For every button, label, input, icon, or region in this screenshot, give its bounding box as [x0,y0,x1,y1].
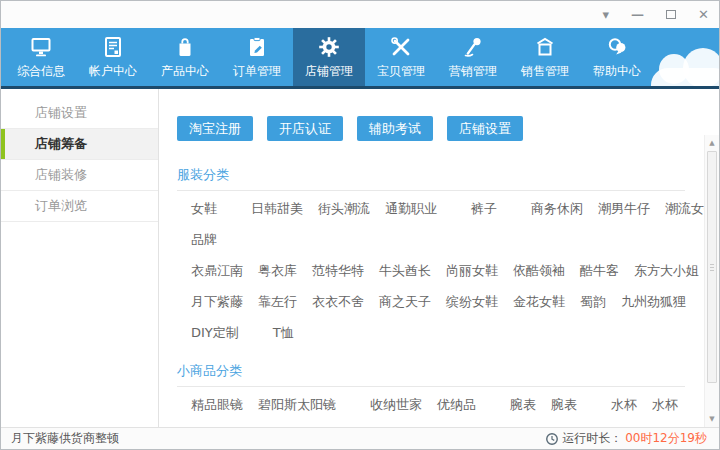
category-link[interactable]: 收纳世家 [370,396,422,414]
scroll-down-icon[interactable]: ▼ [705,413,719,425]
category-link-group: 腕表腕表 [510,396,577,414]
category-link-group: 精品眼镜碧阳斯太阳镜 [191,396,336,414]
nav-item-sales[interactable]: 销售管理 [509,28,581,86]
minimize-icon[interactable]: — [631,8,644,21]
exam-assist-button[interactable]: 辅助考试 [357,116,433,141]
category-link[interactable]: 金花女鞋 [513,293,565,311]
category-link-group: 商务休闲潮男牛仔潮流女裤时尚新秀 [531,200,719,218]
category-link[interactable]: 蜀韵 [580,293,606,311]
clock-icon [545,432,559,446]
category-link[interactable]: 水杯 [611,396,637,414]
shop-settings-button[interactable]: 店铺设置 [447,116,523,141]
titlebar: ▾ — ✕ [1,1,719,28]
nav-item-items[interactable]: 宝贝管理 [365,28,437,86]
microphone-icon [460,34,486,60]
category-link[interactable]: 优纳品 [437,396,476,414]
nav-item-label: 综合信息 [17,63,65,80]
nav-item-products[interactable]: 产品中心 [149,28,221,86]
category-link[interactable]: 尚丽女鞋 [446,262,498,280]
category-link[interactable]: DIY定制 [191,324,239,342]
category-link-group: 女鞋 [191,200,217,218]
nav-item-overview[interactable]: 综合信息 [5,28,77,86]
sidebar-item-shop-settings[interactable]: 店铺设置 [1,98,158,129]
category-link[interactable]: 衣鼎江南 [191,262,243,280]
category-link-row: DIY定制T恤 [191,324,685,342]
category-link[interactable]: 女鞋 [191,200,217,218]
category-link[interactable]: 商务休闲 [531,200,583,218]
category-link-row: 月下紫藤靠左行衣衣不舍商之天子缤纷女鞋金花女鞋蜀韵九州劲狐狸 [191,293,685,311]
category-link[interactable]: 品牌 [191,231,217,249]
id-card-icon [100,34,126,60]
nav-item-label: 宝贝管理 [377,63,425,80]
category-link[interactable]: 街头潮流 [318,200,370,218]
scroll-up-icon[interactable]: ▲ [705,137,719,149]
category-link[interactable]: 碧阳斯太阳镜 [258,396,336,414]
category-link[interactable]: 东方大小姐 [634,262,699,280]
runtime-label: 运行时长： [562,430,622,447]
category-link-row: 衣鼎江南粤衣库范特华特牛头酋长尚丽女鞋依酷领袖酷牛客东方大小姐布居衣阁彩色格调雅… [191,262,685,280]
category-link-group: 水杯水杯 [611,396,678,414]
tools-icon [388,34,414,60]
nav-item-label: 产品中心 [161,63,209,80]
close-icon[interactable]: ✕ [698,8,709,21]
sidebar-item-order-browse[interactable]: 订单浏览 [1,191,158,222]
scrollbar-thumb[interactable] [707,151,717,383]
nav-item-label: 销售管理 [521,63,569,80]
category-link[interactable]: 衣衣不舍 [312,293,364,311]
category-link[interactable]: 潮男牛仔 [598,200,650,218]
category-link[interactable]: 腕表 [510,396,536,414]
category-link[interactable]: 缤纷女鞋 [446,293,498,311]
category-link[interactable]: 九州劲狐狸 [621,293,686,311]
nav-item-label: 帮助中心 [593,63,641,80]
chevron-down-icon[interactable]: ▾ [603,8,610,21]
category-link[interactable]: 日韩甜美 [251,200,303,218]
window-controls: ▾ — ✕ [603,8,709,21]
chat-icon [604,34,630,60]
category-link-group: 收纳世家优纳品 [370,396,476,414]
status-bar: 月下紫藤供货商整顿 运行时长： 00时12分19秒 [1,427,719,449]
category-link[interactable]: 通勤职业 [385,200,437,218]
category-link[interactable]: 靠左行 [258,293,297,311]
category-link[interactable]: 裤子 [471,200,497,218]
section-title: 小商品分类 [177,355,685,387]
nav-item-help[interactable]: 帮助中心 [581,28,653,86]
category-link[interactable]: T恤 [273,324,294,342]
nav-item-shop[interactable]: 店铺管理 [293,28,365,86]
sidebar-item-shop-decor[interactable]: 店铺装修 [1,160,158,191]
nav-item-label: 订单管理 [233,63,281,80]
category-link-group: DIY定制 [191,324,239,342]
category-link-row: 品牌 [191,231,685,249]
category-link[interactable]: 粤衣库 [258,262,297,280]
content-area: 店铺设置店铺筹备店铺装修订单浏览 淘宝注册开店认证辅助考试店铺设置 服装分类女鞋… [1,89,719,427]
category-link[interactable]: 范特华特 [312,262,364,280]
category-sections: 服装分类女鞋日韩甜美街头潮流通勤职业裤子商务休闲潮男牛仔潮流女裤时尚新秀品牌衣鼎… [159,141,719,427]
gear-icon [316,34,342,60]
nav-item-marketing[interactable]: 营销管理 [437,28,509,86]
taobao-register-button[interactable]: 淘宝注册 [177,116,253,141]
category-link[interactable]: 精品眼镜 [191,396,243,414]
runtime-status: 运行时长： 00时12分19秒 [545,430,707,447]
category-link[interactable]: 腕表 [551,396,577,414]
section-title: 服装分类 [177,159,685,191]
maximize-icon[interactable] [666,10,676,19]
shop-verify-button[interactable]: 开店认证 [267,116,343,141]
vertical-scrollbar[interactable]: ▲ ▼ [704,135,719,427]
app-window: ▾ — ✕ 综合信息帐户中心产品中心订单管理店铺管理宝贝管理营销管理销售管理帮助… [0,0,720,450]
category-link-group: 裤子 [471,200,497,218]
category-link[interactable]: 月下紫藤 [191,293,243,311]
category-link[interactable]: 牛头酋长 [379,262,431,280]
nav-item-orders[interactable]: 订单管理 [221,28,293,86]
category-link[interactable]: 酷牛客 [580,262,619,280]
category-link-group: 日韩甜美街头潮流通勤职业 [251,200,437,218]
status-left-text: 月下紫藤供货商整顿 [11,430,119,447]
category-link[interactable]: 水杯 [652,396,678,414]
toolbar: 淘宝注册开店认证辅助考试店铺设置 [159,89,719,141]
monitor-icon [28,34,54,60]
category-link-group: T恤 [273,324,294,342]
category-link-group: 月下紫藤靠左行衣衣不舍商之天子缤纷女鞋金花女鞋蜀韵九州劲狐狸 [191,293,686,311]
nav-item-label: 帐户中心 [89,63,137,80]
sidebar-item-shop-prep[interactable]: 店铺筹备 [1,129,158,160]
category-link[interactable]: 商之天子 [379,293,431,311]
nav-item-account[interactable]: 帐户中心 [77,28,149,86]
category-link[interactable]: 依酷领袖 [513,262,565,280]
